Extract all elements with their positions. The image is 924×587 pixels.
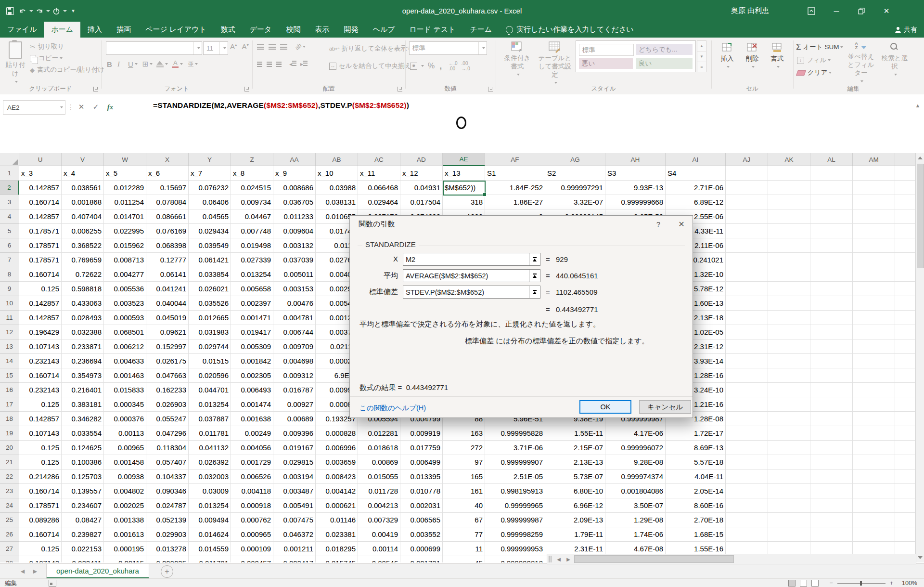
cell-Z18[interactable]: 0.001638 — [231, 412, 273, 426]
sheet-nav-left-icon[interactable]: ◀ — [16, 564, 29, 579]
orientation-icon[interactable]: ab — [294, 42, 303, 51]
cell-U14[interactable]: 0.232143 — [19, 354, 62, 368]
cell-AJ3[interactable] — [726, 195, 768, 209]
cell-AE28[interactable]: 45 — [443, 556, 485, 562]
cell-X28[interactable]: 0.000025 — [146, 556, 189, 562]
cell-AJ19[interactable] — [726, 426, 768, 441]
cell-AL11[interactable] — [810, 311, 853, 325]
cell-W25[interactable]: 0.001338 — [104, 513, 146, 527]
normal-view-icon[interactable] — [788, 580, 796, 587]
zoom-slider-thumb[interactable] — [860, 581, 862, 586]
cell-AG24[interactable]: 6.96E-12 — [545, 498, 605, 513]
cell-style-bad[interactable]: 悪い — [579, 58, 633, 69]
cut-button[interactable]: ✂ 切り取り — [30, 42, 64, 51]
row-number-16[interactable]: 16 — [0, 383, 19, 397]
fill-color-icon[interactable] — [156, 61, 164, 67]
cell-AB21[interactable]: 0.003659 — [316, 455, 358, 470]
cell-AG22[interactable]: 5.73E-07 — [545, 470, 605, 484]
cell-AD21[interactable]: 0.006499 — [400, 455, 443, 470]
cell-AM21[interactable] — [853, 455, 895, 470]
cell-U17[interactable]: 0.125 — [19, 397, 62, 412]
cell-U22[interactable]: 0.214286 — [19, 470, 62, 484]
cell-AJ18[interactable] — [726, 412, 768, 426]
cell-style-normal[interactable]: 標準 — [579, 44, 634, 56]
cell-Y13[interactable]: 0.029744 — [189, 339, 231, 354]
arg-input-stdev[interactable]: STDEV.P($M$2:$M$652) — [403, 286, 530, 299]
cell-AG19[interactable]: 1.55E-11 — [545, 426, 605, 441]
minimize-button[interactable]: ─ — [824, 0, 849, 22]
select-all-corner[interactable] — [0, 153, 19, 166]
cell-AC24[interactable]: 0.004213 — [358, 498, 400, 513]
cell-AM24[interactable] — [853, 498, 895, 513]
cell-U6[interactable]: 0.178571 — [19, 238, 62, 253]
collapse-dialog-icon[interactable] — [529, 286, 540, 299]
row-number-24[interactable]: 24 — [0, 498, 19, 513]
cell-AA15[interactable]: 0.009312 — [273, 368, 316, 383]
cell-AA16[interactable]: 0.016787 — [273, 383, 316, 397]
cell-AK24[interactable] — [768, 498, 810, 513]
cell-AB19[interactable]: 0.000828 — [316, 426, 358, 441]
cell-X2[interactable]: 0.15697 — [146, 181, 189, 195]
row-number-14[interactable]: 14 — [0, 354, 19, 368]
cell-AM14[interactable] — [853, 354, 895, 368]
cell-AM19[interactable] — [853, 426, 895, 441]
format-as-table-button[interactable]: テーブルとして書式設定 — [536, 41, 574, 86]
cell-AH3[interactable]: 0.999999668 — [605, 195, 666, 209]
cell-AL9[interactable] — [810, 282, 853, 296]
vertical-scrollbar[interactable] — [915, 153, 924, 562]
cell-AG26[interactable]: 1.79E-11 — [545, 527, 605, 542]
cell-AC26[interactable]: 0.00419 — [358, 527, 400, 542]
delete-cells-button[interactable]: 削除 — [741, 42, 763, 70]
row-number-13[interactable]: 13 — [0, 339, 19, 354]
cell-AL4[interactable] — [810, 209, 853, 224]
cell-AI2[interactable]: 2.71E-06 — [666, 181, 726, 195]
cell-X21[interactable]: 0.057407 — [146, 455, 189, 470]
cell-U12[interactable]: 0.196429 — [19, 325, 62, 339]
cell-X22[interactable]: 0.104337 — [146, 470, 189, 484]
cell-AK17[interactable] — [768, 397, 810, 412]
cell-partial-20[interactable] — [895, 441, 915, 455]
cell-AB3[interactable]: 0.038131 — [316, 195, 358, 209]
cell-X17[interactable]: 0.026903 — [146, 397, 189, 412]
fill-button[interactable]: ↓ フィル — [797, 56, 831, 65]
cell-Z12[interactable]: 0.019417 — [231, 325, 273, 339]
cell-AE22[interactable]: 165 — [443, 470, 485, 484]
cell-AJ15[interactable] — [726, 368, 768, 383]
cell-AD24[interactable]: 0.002031 — [400, 498, 443, 513]
cell-X8[interactable]: 0.06141 — [146, 267, 189, 282]
column-header-U[interactable]: U — [19, 153, 62, 166]
cell-V19[interactable]: 0.033554 — [62, 426, 104, 441]
cell-AF25[interactable]: 0.999999987 — [485, 513, 545, 527]
cell-AK25[interactable] — [768, 513, 810, 527]
cell-W16[interactable]: 0.015833 — [104, 383, 146, 397]
cell-AH25[interactable]: 1.29E-08 — [605, 513, 666, 527]
cell-AM4[interactable] — [853, 209, 895, 224]
number-dialog-launcher-icon[interactable] — [488, 87, 493, 91]
cell-AC28[interactable]: 0.00546 — [358, 556, 400, 562]
cell-V21[interactable]: 0.100386 — [62, 455, 104, 470]
cell-AB22[interactable]: 0.008423 — [316, 470, 358, 484]
cell-U10[interactable]: 0.142857 — [19, 296, 62, 311]
increase-decimal-icon[interactable]: ←.0.00 — [449, 61, 457, 71]
ok-button[interactable]: OK — [579, 400, 631, 414]
cell-AL25[interactable] — [810, 513, 853, 527]
cell-AK26[interactable] — [768, 527, 810, 542]
cell-AJ25[interactable] — [726, 513, 768, 527]
formula-bar-collapse-icon[interactable]: ▲ — [913, 101, 922, 110]
cancel-entry-icon[interactable]: ✕ — [74, 103, 89, 111]
cell-X3[interactable]: 0.078084 — [146, 195, 189, 209]
cell-AK15[interactable] — [768, 368, 810, 383]
cell-AH19[interactable]: 4.17E-06 — [605, 426, 666, 441]
cell-AF20[interactable]: 3.71E-06 — [485, 441, 545, 455]
cell-AM8[interactable] — [853, 267, 895, 282]
bold-button[interactable]: B — [107, 60, 117, 68]
cell-V1[interactable]: x_4 — [62, 166, 104, 181]
cell-W10[interactable]: 0.003523 — [104, 296, 146, 311]
cell-V15[interactable]: 0.354973 — [62, 368, 104, 383]
cell-AJ14[interactable] — [726, 354, 768, 368]
row-number-9[interactable]: 9 — [0, 282, 19, 296]
cell-V10[interactable]: 0.433063 — [62, 296, 104, 311]
sort-filter-button[interactable]: AZ 並べ替えとフィルター — [845, 41, 877, 85]
cell-V22[interactable]: 0.125703 — [62, 470, 104, 484]
cell-AF19[interactable]: 0.999995828 — [485, 426, 545, 441]
